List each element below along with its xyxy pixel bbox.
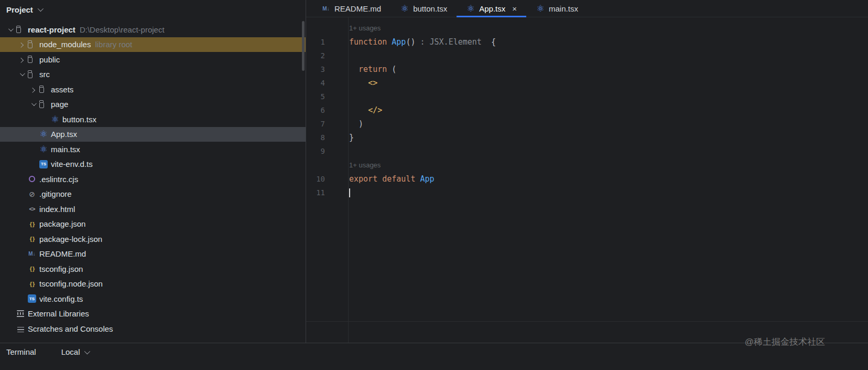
tree-item-tsconfig-json[interactable]: { }tsconfig.json	[0, 261, 306, 277]
tree-item-tsconfig-node-json[interactable]: { }tsconfig.node.json	[0, 277, 306, 292]
line-number[interactable]: 10	[306, 172, 348, 186]
project-panel-title[interactable]: Project	[6, 5, 33, 14]
tab-app-tsx[interactable]: ⚛App.tsx×	[457, 0, 526, 17]
tree-item-index-html[interactable]: <>index.html	[0, 202, 306, 217]
tree-item-label: button.tsx	[62, 115, 96, 124]
tree-item-label: page	[51, 100, 68, 109]
tab-main-tsx[interactable]: ⚛main.tsx	[526, 0, 588, 17]
chevron-down-icon[interactable]	[27, 102, 39, 106]
json-file-icon: { }	[27, 281, 37, 287]
react-file-icon: ⚛	[50, 115, 60, 124]
line-number[interactable]: 4	[306, 76, 348, 90]
scrollbar-thumb[interactable]	[302, 21, 305, 71]
react-file-icon: ⚛	[466, 4, 475, 13]
scratches-icon	[16, 325, 25, 332]
tree-item-scratches-and-consoles[interactable]: Scratches and Consoles	[0, 321, 306, 336]
tree-item-label: tsconfig.node.json	[39, 279, 103, 288]
tree-item-gitignore[interactable]: ⊘.gitignore	[0, 187, 306, 202]
tree-item-react-project[interactable]: react-projectD:\Desktop\react-project	[0, 22, 306, 37]
tree-item-label: node_modules	[39, 40, 91, 49]
tree-item-label: .gitignore	[39, 189, 72, 198]
code-line: 2	[306, 49, 868, 62]
tab-terminal[interactable]: Terminal	[6, 347, 36, 356]
tree-item-label: Scratches and Consoles	[28, 324, 113, 333]
line-number[interactable]: 9	[306, 144, 348, 158]
tree-item-label: index.html	[39, 205, 75, 214]
typescript-file-icon: TS	[27, 294, 37, 303]
folder-icon	[27, 71, 37, 78]
line-number[interactable]: 8	[306, 131, 348, 144]
terminal-panel-header: Terminal Local	[0, 343, 868, 370]
code-line: 8}	[306, 131, 868, 144]
tab-readme-md[interactable]: M↓README.md	[312, 0, 390, 17]
terminal-session-label: Local	[61, 347, 80, 356]
tree-item-package-lock-json[interactable]: { }package-lock.json	[0, 231, 306, 247]
tab-button-tsx[interactable]: ⚛button.tsx	[390, 0, 457, 17]
folder-icon	[39, 101, 48, 108]
chevron-down-icon[interactable]	[4, 28, 16, 31]
code-line: 10export default App	[306, 172, 868, 186]
chevron-right-icon[interactable]	[16, 58, 27, 61]
tree-item-public[interactable]: public	[0, 52, 306, 67]
chevron-down-icon[interactable]	[16, 72, 27, 76]
chevron-down-icon[interactable]	[38, 6, 44, 12]
line-number[interactable]: 7	[306, 117, 348, 131]
code-line: 1function App() : JSX.Element {	[306, 35, 868, 49]
code-line: 5	[306, 90, 868, 103]
code-line: 4 <>	[306, 76, 868, 90]
code-text: return (	[348, 62, 396, 76]
tree-item-button-tsx[interactable]: ⚛button.tsx	[0, 112, 306, 127]
json-file-icon: { }	[27, 266, 37, 272]
usages-hint[interactable]: 1+ usages	[348, 21, 381, 35]
usages-hint-row: 1+ usages	[306, 158, 868, 172]
chevron-right-icon[interactable]	[27, 88, 39, 91]
tree-item-node-modules[interactable]: node_moduleslibrary root	[0, 37, 306, 52]
tree-item-label: main.tsx	[51, 145, 80, 154]
json-file-icon: { }	[27, 236, 37, 242]
tree-item-suffix: D:\Desktop\react-project	[80, 25, 165, 34]
code-text: export default App	[348, 172, 435, 186]
folder-icon	[27, 41, 37, 48]
tree-item-package-json[interactable]: { }package.json	[0, 217, 306, 232]
code-line: 9	[306, 144, 868, 158]
chevron-right-icon[interactable]	[16, 43, 27, 46]
tree-item-page[interactable]: page	[0, 97, 306, 112]
tab-label: main.tsx	[549, 4, 578, 13]
code-line: 6 </>	[306, 103, 868, 117]
tree-item-main-tsx[interactable]: ⚛main.tsx	[0, 142, 306, 157]
tree-item-src[interactable]: src	[0, 67, 306, 82]
usages-hint[interactable]: 1+ usages	[348, 158, 381, 172]
line-number[interactable]: 5	[306, 90, 348, 103]
line-number[interactable]	[306, 158, 348, 172]
line-number[interactable]: 2	[306, 49, 348, 62]
line-number[interactable]	[306, 21, 348, 35]
folder-icon	[27, 56, 37, 63]
tree-item-label: react-project	[28, 25, 75, 34]
eslint-file-icon	[27, 176, 37, 182]
tree-item-vite-config-ts[interactable]: TSvite.config.ts	[0, 291, 306, 306]
chevron-down-icon	[84, 348, 90, 354]
code-editor[interactable]: 1+ usages1function App() : JSX.Element {…	[306, 17, 868, 199]
tree-item-external-libraries[interactable]: External Libraries	[0, 306, 306, 322]
line-number[interactable]: 6	[306, 103, 348, 117]
json-file-icon: { }	[27, 221, 37, 227]
tree-item-app-tsx[interactable]: ⚛App.tsx	[0, 127, 306, 142]
tree-item-readme-md[interactable]: M↓README.md	[0, 247, 306, 262]
tree-item-eslintrc-cjs[interactable]: .eslintrc.cjs	[0, 172, 306, 187]
code-line: 7 )	[306, 117, 868, 131]
tab-label: README.md	[334, 4, 381, 13]
react-file-icon: ⚛	[39, 130, 48, 139]
editor-area: M↓README.md⚛button.tsx⚛App.tsx×⚛main.tsx…	[306, 0, 868, 343]
tree-item-label: vite-env.d.ts	[51, 160, 93, 168]
terminal-session-dropdown[interactable]: Local	[61, 347, 89, 356]
tree-item-vite-env-d-ts[interactable]: TSvite-env.d.ts	[0, 157, 306, 172]
tree-item-label: External Libraries	[28, 309, 89, 318]
line-number[interactable]: 1	[306, 35, 348, 49]
line-number[interactable]: 11	[306, 186, 348, 199]
tree-item-label: package-lock.json	[39, 235, 102, 244]
close-icon[interactable]: ×	[512, 5, 517, 13]
editor-bottom-border	[306, 321, 868, 322]
react-file-icon: ⚛	[400, 4, 409, 13]
line-number[interactable]: 3	[306, 62, 348, 76]
tree-item-assets[interactable]: assets	[0, 82, 306, 97]
